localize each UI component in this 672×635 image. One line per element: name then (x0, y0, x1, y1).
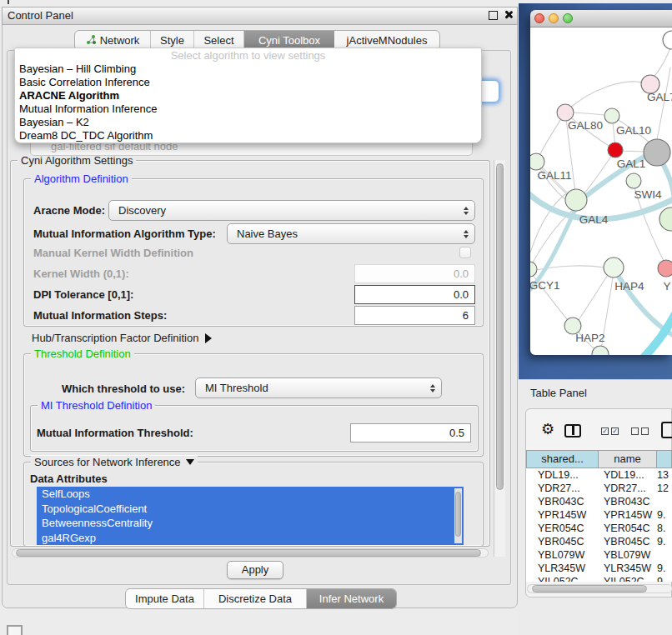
mac-zoom-icon[interactable] (563, 13, 573, 23)
column-header-shared[interactable]: shared... (526, 450, 599, 468)
hub-definition-expander[interactable]: Hub/Transcription Factor Definition (32, 332, 212, 344)
network-edge (657, 68, 670, 139)
table-cell: YDR27... (599, 482, 657, 495)
aracne-mode-combo[interactable]: Discovery (108, 200, 475, 221)
attribute-item-topologicalcoefficient[interactable]: TopologicalCoefficient (37, 502, 464, 517)
float-panel-icon[interactable] (489, 11, 498, 20)
network-node-gal4[interactable] (565, 189, 587, 211)
table-cell: YDL19... (526, 468, 599, 482)
horizontal-scrollbar[interactable] (12, 548, 489, 558)
network-node-y[interactable] (658, 260, 672, 277)
mi-steps-field[interactable]: 6 (354, 306, 475, 325)
collapse-down-icon[interactable] (186, 459, 194, 465)
algorithm-menu-item-basic-correlation-inference[interactable]: Basic Correlation Inference (15, 76, 481, 89)
mi-type-value: Naive Bayes (237, 228, 298, 240)
tab-label: Style (160, 34, 184, 47)
table-cell: YPR145W (599, 508, 657, 522)
truncated-toolbar-icon[interactable] (661, 422, 672, 438)
network-node[interactable] (663, 31, 672, 49)
mi-threshold-field[interactable]: 0.5 (350, 423, 471, 442)
bottom-tab-infer-network[interactable]: Infer Network (307, 589, 396, 608)
mi-type-label: Mutual Information Algorithm Type: (33, 228, 216, 240)
bottom-tab-bar: Impute DataDiscretize DataInfer Network (125, 588, 397, 609)
network-node[interactable] (659, 208, 672, 231)
network-node-gal10[interactable] (604, 108, 619, 123)
algorithm-menu-items: Bayesian – Hill ClimbingBasic Correlatio… (15, 62, 481, 142)
algorithm-menu-item-bayesian-hill-climbing[interactable]: Bayesian – Hill Climbing (15, 62, 481, 76)
attribute-item-betweennesscentrality[interactable]: BetweennessCentrality (37, 516, 464, 531)
algorithm-definition-title: Algorithm Definition (31, 172, 132, 185)
settings-gear-icon[interactable]: ⚙ (541, 422, 554, 437)
algorithm-menu-item-mutual-information-inference[interactable]: Mutual Information Inference (15, 102, 481, 116)
network-node-label: HAP4 (614, 280, 644, 292)
unselect-all-columns-icon[interactable] (631, 428, 649, 435)
mac-minimize-icon[interactable] (549, 13, 559, 23)
network-window-titlebar[interactable] (530, 10, 672, 28)
which-threshold-combo[interactable]: MI Threshold (195, 378, 442, 398)
aracne-mode-value: Discovery (118, 204, 166, 217)
bottom-tab-discretize-data[interactable]: Discretize Data (204, 589, 307, 608)
hub-definition-label: Hub/Transcription Factor Definition (32, 332, 198, 344)
scrollbar-thumb[interactable] (532, 585, 647, 592)
network-node-label: GCY1 (530, 279, 559, 292)
table-header-row: shared...name (526, 450, 672, 468)
apply-button[interactable]: Apply (227, 561, 283, 579)
column-header-truncated[interactable] (657, 450, 672, 468)
mac-close-icon[interactable] (534, 13, 544, 23)
bottom-tab-impute-data[interactable]: Impute Data (126, 589, 204, 608)
mi-threshold-group-title: MI Threshold Definition (38, 399, 155, 412)
network-node-swi4[interactable] (626, 173, 641, 188)
table-row[interactable]: YIL052CYIL052C9 (526, 575, 672, 582)
network-node-gcy1[interactable] (530, 262, 537, 277)
algorithm-menu-item-dream8-dc-tdc-algorithm[interactable]: Dream8 DC_TDC Algorithm (15, 129, 481, 142)
minimized-panel-icon[interactable] (7, 625, 23, 635)
close-icon[interactable] (504, 10, 513, 19)
table-cell: 12 (657, 482, 672, 495)
table-cell: 8. (657, 522, 672, 535)
scrollbar-thumb[interactable] (496, 163, 504, 490)
network-node-gal11[interactable] (530, 153, 544, 170)
table-row[interactable]: YDR27...YDR27...12 (526, 482, 672, 495)
sources-group-title[interactable]: Sources for Network Inference (31, 456, 198, 468)
table-row[interactable]: YBR045CYBR045C9. (526, 535, 672, 548)
network-node-hap4[interactable] (604, 258, 624, 278)
table-row[interactable]: YBL079WYBL079W (526, 548, 672, 562)
scrollbar-thumb[interactable] (455, 492, 461, 537)
table-cell: YLR345W (526, 562, 599, 575)
network-canvas[interactable]: GAL7GAL80GAL10GAL1GAL11SWI4GAL4GCY1HAP4Y… (530, 28, 672, 355)
network-node-label: Y (663, 280, 670, 292)
table-row[interactable]: YDL19...YDL19...13 (526, 468, 672, 482)
scrollbar-thumb[interactable] (16, 549, 481, 557)
table-row[interactable]: YBR043CYBR043C (526, 495, 672, 508)
mi-type-combo[interactable]: Naive Bayes (227, 223, 475, 244)
network-node-gal80[interactable] (557, 104, 574, 121)
corner-tick (8, 0, 9, 4)
network-node-label: GAL10 (616, 124, 651, 137)
network-node[interactable] (644, 139, 670, 166)
table-row[interactable]: YER054CYER054C8. (526, 522, 672, 535)
network-node-label: GAL7 (647, 91, 672, 103)
network-node-gal1[interactable] (608, 142, 623, 158)
select-all-columns-icon[interactable]: ✓✓ (601, 428, 619, 435)
expand-right-icon[interactable] (205, 333, 212, 343)
data-attributes-list: SelfLoopsTopologicalCoefficientBetweenne… (37, 487, 464, 545)
network-view-window: GAL7GAL80GAL10GAL1GAL11SWI4GAL4GCY1HAP4Y… (530, 10, 672, 355)
column-layout-icon[interactable] (564, 424, 581, 438)
table-cell: YLR345W (599, 562, 657, 575)
vertical-scrollbar[interactable] (494, 160, 505, 557)
attribute-item-selfloops[interactable]: SelfLoops (37, 487, 464, 502)
dpi-tolerance-field[interactable]: 0.0 (354, 285, 475, 304)
attribute-item-gal4rgexp[interactable]: gal4RGexp (37, 531, 464, 546)
network-node-label: GAL4 (579, 213, 609, 226)
algorithm-menu-item-aracne-algorithm[interactable]: ARACNE Algorithm (15, 89, 481, 102)
table-horizontal-scrollbar[interactable] (527, 584, 672, 593)
data-attributes-label: Data Attributes (30, 472, 108, 485)
control-panel-titlebar (2, 7, 518, 25)
algorithm-menu-item-bayesian-k2[interactable]: Bayesian – K2 (15, 116, 481, 129)
column-header-name[interactable]: name (599, 450, 657, 468)
table-cell: YBR043C (599, 495, 657, 508)
network-node[interactable] (592, 346, 609, 355)
list-vertical-scrollbar[interactable] (454, 488, 462, 543)
table-row[interactable]: YLR345WYLR345W9. (526, 562, 672, 575)
table-row[interactable]: YPR145WYPR145W9. (526, 508, 672, 522)
